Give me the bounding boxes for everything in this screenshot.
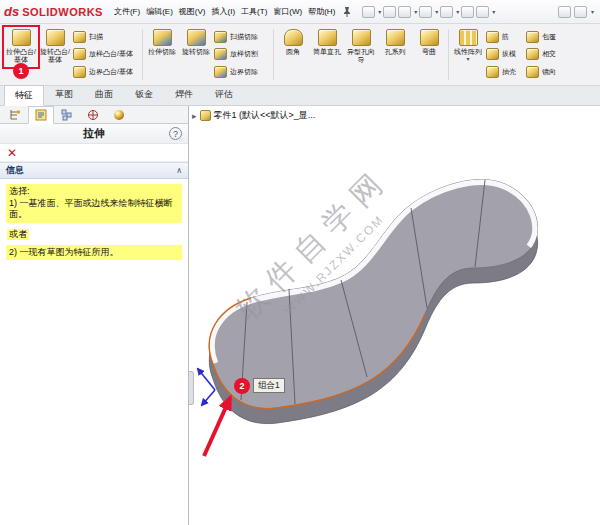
print-icon[interactable] [419, 6, 432, 18]
ribbon-button-extruded-cut[interactable]: 拉伸切除 [145, 26, 179, 83]
open-icon[interactable] [383, 6, 396, 18]
ribbon-button-fillet[interactable]: 圆角 [276, 26, 310, 83]
ribbon-button-simple-hole[interactable]: 简单直孔 [310, 26, 344, 83]
ribbon-button-boundary-cut[interactable]: 边界切除 [214, 64, 270, 81]
extruded-cut-icon [153, 29, 172, 46]
ribbon-separator [142, 29, 143, 80]
boundary-boss-icon [73, 66, 86, 78]
wrap-stack-group: 包覆 相交 镜向 [525, 26, 565, 83]
save-icon[interactable] [398, 6, 411, 18]
undo-caret[interactable]: ▾ [456, 8, 459, 15]
options-icon[interactable] [476, 6, 489, 18]
info-group-header[interactable]: 信息 ∧ [0, 162, 188, 179]
info-group-body: 选择: 1) 一基准面、平面或边线来绘制特征横断面。 或者 2) 一现有草图为特… [0, 179, 188, 265]
pin-menu-icon[interactable] [342, 6, 352, 18]
linear-pattern-label: 线性阵列 [454, 48, 482, 56]
rebuild-icon[interactable] [461, 6, 474, 18]
ribbon-button-boundary-boss[interactable]: 边界凸台/基体 [73, 64, 139, 81]
dimxpert-tab[interactable] [80, 106, 106, 123]
shell-label: 抽壳 [502, 68, 516, 76]
intersect-icon [526, 48, 539, 60]
rib-label: 筋 [502, 33, 509, 41]
panel-tabs [0, 106, 188, 124]
ribbon-button-intersect[interactable]: 相交 [526, 46, 564, 63]
ds-logo-icon: ds [4, 4, 19, 19]
part-tree-label[interactable]: 零件1 (默认<<默认>_显... [214, 109, 316, 122]
rib-icon [486, 31, 499, 43]
configuration-manager-tab[interactable] [54, 106, 80, 123]
message-1: 1) 一基准面、平面或边线来绘制特征横断面。 [9, 198, 179, 221]
save-caret[interactable]: ▾ [414, 8, 417, 15]
tab-sheet-metal[interactable]: 钣金 [124, 84, 164, 105]
selection-tooltip: 组合1 [253, 378, 285, 393]
ribbon-button-hole-series[interactable]: 孔系列 [378, 26, 412, 83]
boundary-cut-label: 边界切除 [230, 68, 258, 76]
loft-boss-label: 放样凸台/基体 [89, 50, 133, 58]
ribbon-button-swept-boss[interactable]: 扫描 [73, 28, 139, 45]
configuration-manager-icon [61, 109, 73, 121]
fillet-label: 圆角 [286, 48, 300, 56]
new-document-caret[interactable]: ▾ [378, 8, 381, 15]
undo-icon[interactable] [440, 6, 453, 18]
tab-weldments[interactable]: 焊件 [164, 84, 204, 105]
message-block-2: 2) 一现有草图为特征所用。 [6, 245, 182, 261]
ribbon-button-swept-cut[interactable]: 扫描切除 [214, 28, 270, 45]
new-document-icon[interactable] [362, 6, 375, 18]
panel-splitter-grip[interactable] [189, 371, 194, 405]
file-properties-icon[interactable] [558, 6, 571, 18]
graphics-area[interactable] [189, 106, 600, 525]
ribbon-button-mirror[interactable]: 镜向 [526, 64, 564, 81]
ribbon-button-shell[interactable]: 抽壳 [486, 64, 524, 81]
tab-surfaces[interactable]: 曲面 [84, 84, 124, 105]
intersect-label: 相交 [542, 50, 556, 58]
solidworks-logo-text: SOLIDWORKS [22, 6, 103, 18]
model-top-face[interactable] [209, 180, 537, 409]
tree-expand-icon[interactable]: ▸ [192, 111, 197, 121]
menu-file[interactable]: 文件(F) [111, 6, 143, 17]
flyout-feature-tree[interactable]: ▸ 零件1 (默认<<默认>_显... [192, 109, 315, 122]
property-manager-tab[interactable] [28, 106, 54, 124]
ribbon-button-lofted-cut[interactable]: 放样切割 [214, 46, 270, 63]
cancel-button[interactable]: ✕ [7, 147, 17, 159]
simple-hole-icon [318, 29, 337, 46]
menu-window[interactable]: 窗口(W) [270, 6, 305, 17]
ribbon-button-flex[interactable]: 弯曲 [412, 26, 446, 83]
extruded-cut-label: 拉伸切除 [148, 48, 176, 56]
mirror-icon [526, 66, 539, 78]
ribbon-button-hole-wizard[interactable]: 异型孔向导 [344, 26, 378, 83]
ribbon-button-wrap[interactable]: 包覆 [526, 28, 564, 45]
options-caret[interactable]: ▾ [492, 8, 495, 15]
ribbon-button-linear-pattern[interactable]: 线性阵列 ▾ [451, 26, 485, 83]
menu-view[interactable]: 视图(V) [176, 6, 209, 17]
feature-tree-tab[interactable] [2, 106, 28, 123]
graphics-viewport[interactable]: 软件自学网 WWW.RJZXW.COM ▸ 零件1 (默认<<默认>_显... … [189, 106, 600, 525]
tab-evaluate[interactable]: 评估 [204, 84, 244, 105]
solidworks-window: ds SOLIDWORKS 文件(F) 编辑(E) 视图(V) 插入(I) 工具… [0, 0, 600, 525]
print-caret[interactable]: ▾ [435, 8, 438, 15]
swept-cut-label: 扫描切除 [230, 33, 258, 41]
menu-tools[interactable]: 工具(T) [238, 6, 270, 17]
menu-insert[interactable]: 插入(I) [209, 6, 239, 17]
hole-wizard-label: 异型孔向导 [344, 48, 378, 64]
flex-icon [420, 29, 439, 46]
help-icon[interactable] [574, 6, 587, 18]
menu-edit[interactable]: 编辑(E) [143, 6, 176, 17]
simple-hole-label: 简单直孔 [313, 48, 341, 56]
ribbon-button-revolve-boss[interactable]: 旋转凸台/基体 [38, 26, 72, 83]
hole-series-label: 孔系列 [385, 48, 406, 56]
tab-sketch[interactable]: 草图 [44, 84, 84, 105]
menu-help[interactable]: 帮助(H) [305, 6, 338, 17]
ribbon-button-rib[interactable]: 筋 [486, 28, 524, 45]
panel-help-button[interactable]: ? [169, 127, 182, 140]
tab-features[interactable]: 特征 [4, 85, 44, 106]
ribbon-button-revolved-cut[interactable]: 旋转切除 [179, 26, 213, 83]
help-caret[interactable]: ▾ [591, 8, 594, 15]
revolved-cut-label: 旋转切除 [182, 48, 210, 56]
display-manager-tab[interactable] [106, 106, 132, 123]
ribbon-button-lofted-boss[interactable]: 放样凸台/基体 [73, 46, 139, 63]
collapse-chevron-icon[interactable]: ∧ [176, 166, 182, 175]
ribbon-button-draft[interactable]: 拔模 [486, 46, 524, 63]
linear-pattern-caret[interactable]: ▾ [466, 56, 469, 62]
draft-label: 拔模 [502, 50, 516, 58]
extrude-boss-icon [12, 29, 31, 46]
